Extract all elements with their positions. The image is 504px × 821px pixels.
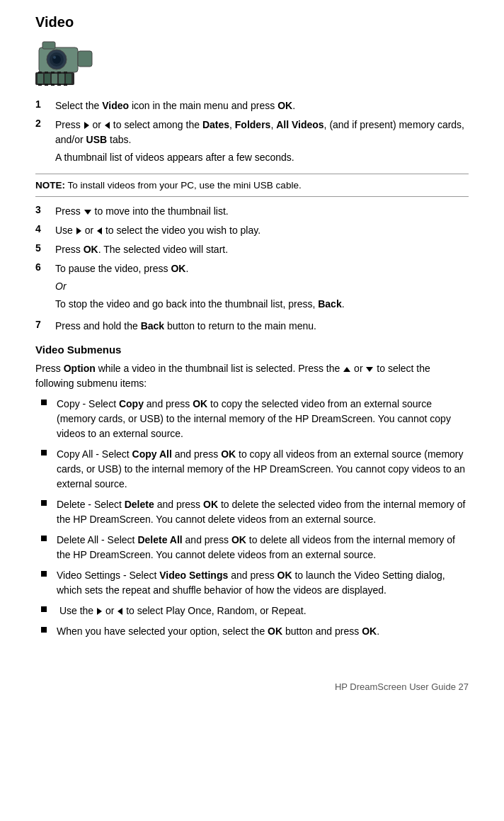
bullet-icon-delete	[35, 500, 52, 506]
camera-illustration	[35, 33, 99, 86]
svg-rect-6	[42, 42, 55, 49]
bullet-icon-copy	[35, 400, 52, 405]
svg-rect-10	[52, 74, 57, 84]
step-5-content: Press OK. The selected video will start.	[55, 242, 469, 257]
arrow-down-icon-2	[366, 367, 373, 372]
svg-rect-16	[57, 72, 61, 74]
footer-text: HP DreamScreen User Guide 27	[335, 681, 469, 692]
bullet-copy: Copy - Select Copy and press OK to copy …	[35, 397, 469, 441]
svg-rect-15	[51, 72, 55, 74]
arrow-left-icon-2	[97, 227, 102, 234]
svg-rect-18	[38, 84, 42, 86]
bullet-copy-all-content: Copy All - Select Copy All and press OK …	[57, 447, 469, 492]
bullet-list: Copy - Select Copy and press OK to copy …	[35, 397, 469, 639]
page-title: Video	[35, 14, 469, 30]
svg-point-4	[53, 56, 56, 59]
svg-rect-20	[51, 84, 55, 86]
step-2-content: Press or to select among the Dates, Fold…	[55, 118, 469, 168]
bullet-icon-when-selected	[35, 627, 52, 633]
svg-rect-22	[64, 84, 67, 86]
submenu-intro: Press Option while a video in the thumbn…	[35, 361, 469, 391]
bullet-icon-video-settings	[35, 571, 52, 577]
svg-rect-11	[59, 74, 64, 84]
bullet-delete-all: Delete All - Select Delete All and press…	[35, 533, 469, 562]
video-submenus-section: Video Submenus Press Option while a vide…	[35, 344, 469, 639]
svg-rect-17	[64, 72, 67, 74]
step-4-content: Use or to select the video you wish to p…	[55, 223, 469, 238]
step-3: 3 Press to move into the thumbnail list.	[35, 204, 469, 219]
step-6-num: 6	[35, 261, 55, 273]
bullet-video-settings: Video Settings - Select Video Settings a…	[35, 568, 469, 598]
step-6: 6 To pause the video, press OK. Or To st…	[35, 261, 469, 315]
step-7-num: 7	[35, 319, 55, 330]
steps-section: 1 Select the Video icon in the main menu…	[35, 98, 469, 334]
svg-rect-13	[38, 72, 42, 74]
bullet-icon-delete-all	[35, 536, 52, 541]
svg-rect-9	[45, 74, 50, 84]
step-2-num: 2	[35, 118, 55, 129]
bullet-video-settings-content: Video Settings - Select Video Settings a…	[57, 568, 469, 598]
step-4-num: 4	[35, 223, 55, 234]
svg-rect-14	[45, 72, 48, 74]
bullet-delete-content: Delete - Select Delete and press OK to d…	[57, 497, 469, 527]
bullet-when-selected: When you have selected your option, sele…	[35, 624, 469, 639]
arrow-right-icon-2	[76, 227, 81, 234]
submenus-heading: Video Submenus	[35, 344, 469, 356]
bullet-when-selected-content: When you have selected your option, sele…	[57, 624, 469, 639]
bullet-use-arrows-content: Use the or to select Play Once, Random, …	[57, 604, 469, 618]
arrow-right-icon-3	[97, 608, 102, 615]
bullet-copy-all: Copy All - Select Copy All and press OK …	[35, 447, 469, 492]
camera-icon-area: Video	[35, 14, 469, 89]
arrow-down-icon	[84, 210, 91, 215]
bullet-delete-all-content: Delete All - Select Delete All and press…	[57, 533, 469, 562]
svg-rect-19	[45, 84, 48, 86]
bullet-use-arrows: Use the or to select Play Once, Random, …	[35, 604, 469, 618]
svg-rect-8	[38, 74, 43, 84]
svg-rect-12	[66, 74, 71, 84]
page-footer: HP DreamScreen User Guide 27	[35, 667, 469, 692]
step-4: 4 Use or to select the video you wish to…	[35, 223, 469, 238]
step-2: 2 Press or to select among the Dates, Fo…	[35, 118, 469, 168]
step-7: 7 Press and hold the Back button to retu…	[35, 319, 469, 334]
step-6-content: To pause the video, press OK. Or To stop…	[55, 261, 469, 315]
svg-rect-5	[78, 51, 92, 67]
note-box: NOTE: To install videos from your PC, us…	[35, 174, 469, 197]
step-3-content: Press to move into the thumbnail list.	[55, 204, 469, 219]
step-1-content: Select the Video icon in the main menu a…	[55, 98, 469, 113]
arrow-left-icon-3	[118, 608, 122, 615]
note-text: NOTE: To install videos from your PC, us…	[35, 180, 469, 191]
arrow-right-icon	[84, 122, 89, 129]
step-1-num: 1	[35, 98, 55, 110]
arrow-left-icon	[105, 122, 110, 129]
arrow-up-icon	[343, 367, 350, 372]
step-1: 1 Select the Video icon in the main menu…	[35, 98, 469, 113]
step-5: 5 Press OK. The selected video will star…	[35, 242, 469, 257]
svg-rect-21	[57, 84, 61, 86]
bullet-icon-use-arrows	[35, 606, 52, 612]
bullet-copy-content: Copy - Select Copy and press OK to copy …	[57, 397, 469, 441]
step-7-content: Press and hold the Back button to return…	[55, 319, 469, 334]
step-5-num: 5	[35, 242, 55, 254]
bullet-icon-copy-all	[35, 450, 52, 455]
bullet-delete: Delete - Select Delete and press OK to d…	[35, 497, 469, 527]
step-3-num: 3	[35, 204, 55, 215]
or-line: Or	[55, 279, 469, 294]
